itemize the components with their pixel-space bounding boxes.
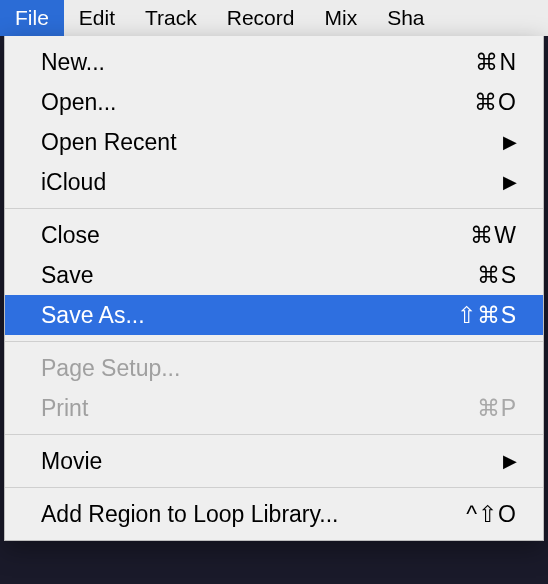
menu-item-label: Save xyxy=(41,262,477,289)
menubar-item-track[interactable]: Track xyxy=(130,0,212,36)
menu-item-movie[interactable]: Movie ▶ xyxy=(5,441,543,481)
menubar-item-share[interactable]: Sha xyxy=(372,0,439,36)
menu-separator xyxy=(5,341,543,342)
menu-item-label: Open... xyxy=(41,89,474,116)
menu-item-shortcut: ⌘O xyxy=(474,89,517,116)
menu-item-shortcut: ⌘S xyxy=(477,262,517,289)
menu-item-shortcut: ^⇧O xyxy=(466,501,517,528)
menu-item-label: Open Recent xyxy=(41,129,503,156)
submenu-arrow-icon: ▶ xyxy=(503,450,517,472)
submenu-arrow-icon: ▶ xyxy=(503,131,517,153)
menu-item-shortcut: ⇧⌘S xyxy=(457,302,517,329)
menu-separator xyxy=(5,434,543,435)
menu-item-label: Close xyxy=(41,222,470,249)
menu-item-label: New... xyxy=(41,49,475,76)
menu-item-save-as[interactable]: Save As... ⇧⌘S xyxy=(5,295,543,335)
menu-item-close[interactable]: Close ⌘W xyxy=(5,215,543,255)
menu-item-save[interactable]: Save ⌘S xyxy=(5,255,543,295)
menu-item-shortcut: ⌘N xyxy=(475,49,517,76)
menu-item-print: Print ⌘P xyxy=(5,388,543,428)
menu-item-page-setup: Page Setup... xyxy=(5,348,543,388)
menu-item-open[interactable]: Open... ⌘O xyxy=(5,82,543,122)
file-menu-dropdown: New... ⌘N Open... ⌘O Open Recent ▶ iClou… xyxy=(4,36,544,541)
menubar-item-record[interactable]: Record xyxy=(212,0,310,36)
menu-item-shortcut: ⌘P xyxy=(477,395,517,422)
menubar-item-edit[interactable]: Edit xyxy=(64,0,130,36)
menu-item-new[interactable]: New... ⌘N xyxy=(5,42,543,82)
menubar-item-file[interactable]: File xyxy=(0,0,64,36)
menu-item-icloud[interactable]: iCloud ▶ xyxy=(5,162,543,202)
submenu-arrow-icon: ▶ xyxy=(503,171,517,193)
menubar-item-mix[interactable]: Mix xyxy=(309,0,372,36)
menubar: File Edit Track Record Mix Sha xyxy=(0,0,548,36)
menu-item-label: Save As... xyxy=(41,302,457,329)
menu-item-open-recent[interactable]: Open Recent ▶ xyxy=(5,122,543,162)
menu-item-label: Page Setup... xyxy=(41,355,517,382)
menu-item-label: Movie xyxy=(41,448,503,475)
menu-item-add-region[interactable]: Add Region to Loop Library... ^⇧O xyxy=(5,494,543,534)
menu-item-label: iCloud xyxy=(41,169,503,196)
menu-item-label: Add Region to Loop Library... xyxy=(41,501,466,528)
menu-item-shortcut: ⌘W xyxy=(470,222,517,249)
menu-separator xyxy=(5,208,543,209)
menu-separator xyxy=(5,487,543,488)
menu-item-label: Print xyxy=(41,395,477,422)
